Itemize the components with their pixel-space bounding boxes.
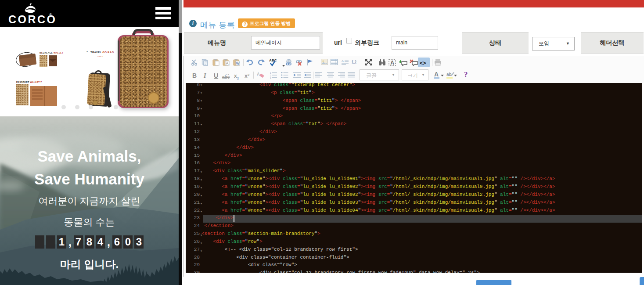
svg-text:A: A <box>390 60 394 66</box>
svg-text:A: A <box>226 61 228 65</box>
svg-text:W: W <box>236 61 240 65</box>
svg-text:A: A <box>434 71 439 78</box>
svg-text:A: A <box>257 72 260 77</box>
svg-text:A: A <box>342 59 344 62</box>
svg-text:ab: ab <box>446 72 452 77</box>
svg-text:ABC: ABC <box>269 58 277 62</box>
svg-text:3: 3 <box>270 76 271 79</box>
